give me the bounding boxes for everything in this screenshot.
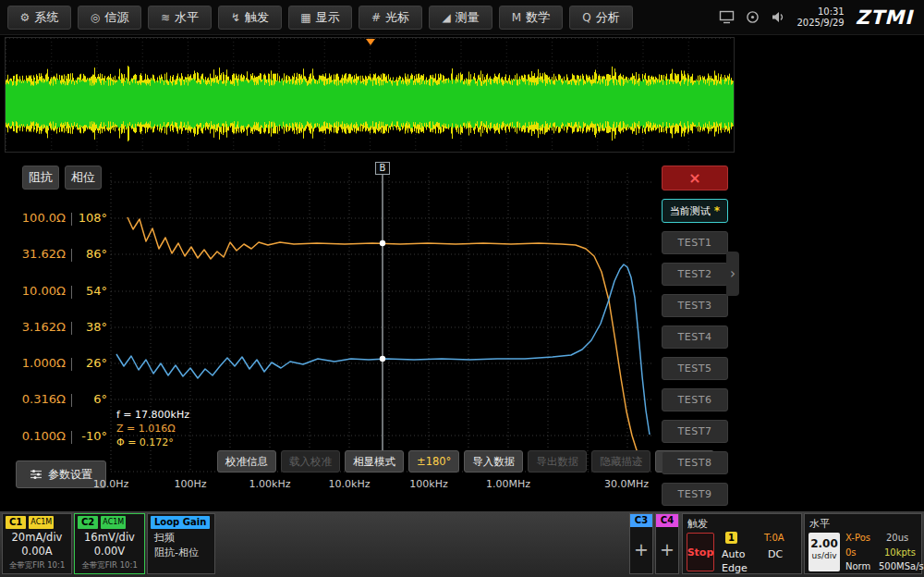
menu-item-label: 显示 xyxy=(316,9,340,26)
timebase-value: 2.00 xyxy=(808,536,840,551)
impedance-scale-label: 3.162Ω xyxy=(16,320,66,334)
sliders-icon xyxy=(30,469,43,480)
readout-frequency: f = 17.800kHz xyxy=(116,408,189,422)
channel-c3-block[interactable]: C3 + xyxy=(629,513,653,574)
channel-c1-offset: 0.00A xyxy=(3,545,71,559)
bode-scale-column: 100.0Ω108°31.62Ω86°10.00Ω54°3.162Ω38°1.0… xyxy=(11,211,107,465)
bode-toolbar-button[interactable]: 校准信息 xyxy=(217,450,276,473)
frequency-tick-label: 100Hz xyxy=(174,478,206,490)
trigger-title: 触发 xyxy=(687,517,708,531)
trigger-status-block[interactable]: 触发 Stop 1 Auto Edge T:0A DC xyxy=(682,513,802,574)
cursor-b-label[interactable]: B xyxy=(375,162,390,175)
timebase-scale-box[interactable]: 2.00 us/div xyxy=(808,533,840,571)
scale-divider xyxy=(71,358,72,371)
channel-c1-bandwidth: 全带宽FIR 10:1 xyxy=(3,560,71,571)
waveform-canvas xyxy=(6,38,734,152)
frequency-tick-label: 30.0MHz xyxy=(604,478,649,490)
bode-toolbar-button[interactable]: ±180° xyxy=(408,450,459,473)
trigger-coupling: DC xyxy=(768,548,783,560)
speaker-icon[interactable] xyxy=(771,10,785,24)
scale-row: 100.0Ω108° xyxy=(11,211,107,247)
cursor-dot xyxy=(380,240,385,246)
sample-rate: 500MSa/s xyxy=(879,561,924,571)
frequency-tick-label: 100kHz xyxy=(409,478,447,490)
bode-plot-svg xyxy=(109,160,660,476)
test-item-test6[interactable]: TEST6 xyxy=(662,388,728,411)
test-item-test2[interactable]: TEST2 xyxy=(662,263,728,286)
trigger-state-indicator[interactable]: Stop xyxy=(687,533,714,571)
channel-c2-block[interactable]: C2 AC1M 16mV/div 0.00V 全带宽FIR 10:1 xyxy=(74,513,145,574)
test-item-test7[interactable]: TEST7 xyxy=(662,420,728,443)
frequency-tick-label: 10.0Hz xyxy=(93,478,129,490)
xpos-label: X-Pos xyxy=(845,533,870,543)
menu-item-analysis[interactable]: Q分析 xyxy=(569,6,633,30)
external-display-icon[interactable] xyxy=(719,10,735,24)
test-item-test1[interactable]: TEST1 xyxy=(662,231,728,254)
loop-gain-block[interactable]: Loop Gain 扫频 阻抗-相位 xyxy=(147,513,215,574)
trigger-mode: Auto xyxy=(722,548,746,560)
asterisk-icon: * xyxy=(714,204,720,217)
scale-row: 10.00Ω54° xyxy=(11,284,107,320)
panel-expand-chevron[interactable]: › xyxy=(726,252,739,296)
test-item-test9[interactable]: TEST9 xyxy=(662,483,728,506)
menu-item-display[interactable]: ▦显示 xyxy=(288,6,352,30)
current-test-button[interactable]: 当前测试 * xyxy=(662,199,728,223)
frequency-axis: 10.0Hz100Hz1.00kHz10.0kHz100kHz1.00MHz30… xyxy=(109,478,660,491)
acquisition-mode: Norm xyxy=(845,561,870,571)
test-item-test5[interactable]: TEST5 xyxy=(662,357,728,380)
tab-impedance[interactable]: 阻抗 xyxy=(22,166,59,190)
phase-scale-label: -10° xyxy=(78,429,107,443)
loop-gain-label: Loop Gain xyxy=(151,516,210,529)
test-item-test8[interactable]: TEST8 xyxy=(662,451,728,474)
channel-c1-block[interactable]: C1 AC1M 20mA/div 0.00A 全带宽FIR 10:1 xyxy=(2,513,72,574)
test-item-test4[interactable]: TEST4 xyxy=(662,325,728,349)
time-domain-view xyxy=(5,37,735,153)
phase-scale-label: 108° xyxy=(78,211,107,225)
menu-item-cursor[interactable]: #光标 xyxy=(359,6,422,30)
channel-c2-scale: 16mV/div xyxy=(75,531,144,545)
channel-c2-label: C2 xyxy=(78,516,98,529)
cursor-dot xyxy=(380,356,385,362)
menu-item-trigger[interactable]: ↯触发 xyxy=(218,6,282,30)
menu-item-system[interactable]: ⚙系统 xyxy=(7,6,71,30)
trigger-position-marker[interactable] xyxy=(366,39,375,45)
channel-c4-add-button[interactable]: + xyxy=(656,539,678,559)
close-button[interactable]: × xyxy=(662,166,728,190)
impedance-scale-label: 0.100Ω xyxy=(16,429,66,443)
menu-item-measure[interactable]: ◢测量 xyxy=(429,6,492,30)
channel-c3-add-button[interactable]: + xyxy=(630,539,652,559)
bode-toolbar-button[interactable]: 相显模式 xyxy=(345,450,404,473)
menu-item-horizontal[interactable]: ≋水平 xyxy=(148,6,212,30)
source-probe-icon: ◎ xyxy=(91,11,100,24)
channel-c3-label: C3 xyxy=(630,514,652,527)
channel-c4-block[interactable]: C4 + xyxy=(655,513,679,574)
clock: 10:31 2025/9/29 xyxy=(796,6,844,29)
channel-c2-offset: 0.00V xyxy=(75,545,144,559)
touch-lock-icon[interactable] xyxy=(746,10,760,24)
test-list-panel: × 当前测试 * TEST1TEST2TEST3TEST4TEST5TEST6T… xyxy=(662,166,728,506)
magnifier-icon: Q xyxy=(582,11,590,24)
menu-item-source[interactable]: ◎信源 xyxy=(78,6,141,30)
bode-toolbar-button: 隐藏描迹 xyxy=(591,450,650,473)
window-span: 20us xyxy=(886,533,908,543)
scale-row: 0.316Ω6° xyxy=(11,392,107,428)
bode-toolbar-button[interactable]: 导入数据 xyxy=(464,450,523,473)
bode-toolbar-button: 载入校准 xyxy=(281,450,340,473)
frequency-tick-label: 10.0kHz xyxy=(329,478,371,490)
test-item-test3[interactable]: TEST3 xyxy=(662,294,728,317)
menu-item-math[interactable]: M数学 xyxy=(499,6,563,30)
trigger-type: Edge xyxy=(722,562,748,574)
horizontal-status-block[interactable]: 水平 2.00 us/div X-Pos 20us 0s 10kpts Norm… xyxy=(804,513,922,574)
tab-phase[interactable]: 相位 xyxy=(65,166,102,190)
oscilloscope-screen: ⚙系统◎信源≋水平↯触发▦显示#光标◢测量M数学Q分析 10:31 2025/9… xyxy=(0,0,924,577)
bode-toolbar-button: 导出数据 xyxy=(528,450,587,473)
bode-toolbar: 校准信息载入校准相显模式±180°导入数据导出数据隐藏描迹分开显示 xyxy=(217,450,714,473)
status-cluster: 10:31 2025/9/29 ZTMI xyxy=(719,6,924,29)
math-icon: M xyxy=(512,11,521,24)
gear-icon: ⚙ xyxy=(20,11,30,24)
loop-gain-type: 阻抗-相位 xyxy=(148,546,214,560)
clock-time: 10:31 xyxy=(796,6,844,18)
menu-item-label: 触发 xyxy=(245,9,269,26)
clock-date: 2025/9/29 xyxy=(796,18,844,29)
horizontal-title: 水平 xyxy=(809,517,830,531)
